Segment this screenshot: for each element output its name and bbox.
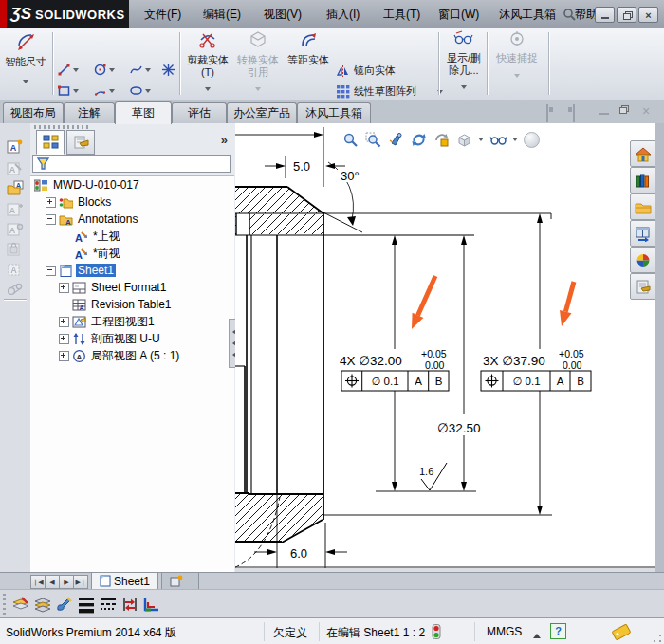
zoom-fit-icon[interactable] (341, 131, 359, 148)
arc-dropdown-icon[interactable] (109, 89, 115, 93)
tree-filter-input[interactable] (32, 155, 231, 173)
dimension-6[interactable]: 6.0 (254, 546, 347, 561)
tab-mufeng-toolbox[interactable]: 沐风工具箱 (297, 102, 371, 123)
trim-entities-button[interactable]: 剪裁实体(T) (183, 30, 232, 97)
ellipse-tool[interactable] (129, 83, 151, 98)
layers-icon[interactable] (33, 595, 52, 614)
tree-item-sheet-format[interactable]: Sheet Format1 (30, 279, 234, 296)
rectangle-dropdown-icon[interactable] (73, 89, 79, 93)
tree-item-sheet1[interactable]: Sheet1 (30, 262, 234, 279)
dimension-od[interactable]: 3X ∅37.90 +0.05 0.00 ∅ 0.1 A B (481, 213, 591, 515)
display-style-icon[interactable] (455, 131, 472, 148)
restore-button[interactable] (617, 7, 636, 23)
spline-tool[interactable] (129, 63, 151, 77)
expander-icon[interactable] (59, 351, 69, 361)
prev-sheet-icon[interactable]: ◀ (45, 575, 60, 589)
line-thickness-icon[interactable] (77, 595, 96, 614)
first-sheet-icon[interactable]: ❘◀ (30, 575, 46, 589)
search-icon[interactable] (563, 8, 577, 26)
tab-property-manager[interactable] (66, 130, 95, 155)
color-display-mode-icon[interactable] (142, 595, 161, 614)
circle-dropdown-icon[interactable] (109, 68, 115, 72)
pane-left-icon[interactable] (546, 105, 548, 122)
tree-item-front-view[interactable]: A *前视 (30, 245, 234, 262)
menu-insert[interactable]: 插入(I) (321, 0, 365, 28)
dimension-bore[interactable]: 4X ∅32.00 +0.05 0.00 ∅ 0.1 A B (340, 235, 449, 491)
minimize-button[interactable] (595, 7, 615, 23)
view-palette-button[interactable] (630, 220, 655, 247)
circle-tool[interactable] (93, 63, 115, 77)
menu-edit[interactable]: 编辑(E) (197, 0, 247, 28)
next-sheet-icon[interactable]: ▶ (59, 575, 74, 589)
tree-item-top-view[interactable]: A *上视 (30, 228, 234, 245)
zoom-selection-icon[interactable] (387, 131, 404, 148)
line-tool[interactable] (57, 63, 79, 77)
display-style-dropdown-icon[interactable] (478, 138, 484, 141)
pane-right-icon[interactable] (573, 105, 575, 122)
mirror-entities-button[interactable]: 镜向实体 (336, 64, 396, 78)
expander-icon[interactable] (59, 334, 69, 344)
units-dropdown-icon[interactable] (533, 628, 541, 641)
insert-block-icon[interactable]: A (7, 180, 24, 196)
tree-item-revision-table[interactable]: A Revision Table1 (30, 296, 234, 313)
smart-dimension-dropdown-icon[interactable] (23, 80, 28, 83)
point-tool[interactable] (161, 63, 175, 77)
panel-expand-chevron[interactable]: » (221, 133, 228, 147)
tree-item-detail-view[interactable]: A 局部视图 A (5 : 1) (30, 347, 234, 364)
menu-mufeng-toolbox[interactable]: 沐风工具箱 (493, 0, 562, 28)
expander-icon[interactable] (59, 317, 69, 327)
tab-office-products[interactable]: 办公室产品 (227, 102, 297, 123)
close-button[interactable]: × (638, 7, 658, 23)
tree-item-drawing-view1[interactable]: 工程图视图1 (30, 313, 234, 330)
display-delete-dropdown-icon[interactable] (461, 85, 467, 89)
menu-view[interactable]: 视图(V) (258, 0, 307, 28)
help-button[interactable]: ? (550, 623, 566, 639)
arc-tool[interactable] (93, 83, 115, 98)
hide-show-edges-icon[interactable] (120, 595, 139, 614)
tree-item-annotations[interactable]: A Annotations (30, 211, 234, 228)
tree-item-section-view[interactable]: 剖面视图 U-U (30, 330, 234, 347)
doc-minimize-icon[interactable] (599, 113, 609, 115)
expander-icon[interactable] (59, 283, 69, 293)
sheet-tab-sheet1[interactable]: Sheet1 (91, 573, 158, 590)
tab-view-layout[interactable]: 视图布局 (3, 102, 64, 123)
3d-drawing-view-icon[interactable] (433, 131, 450, 148)
hide-show-dropdown-icon[interactable] (512, 138, 518, 141)
dimension-30deg[interactable]: 30° (328, 162, 368, 226)
ellipse-dropdown-icon[interactable] (145, 89, 151, 93)
trim-dropdown-icon[interactable] (205, 87, 211, 91)
tab-annotation[interactable]: 注解 (64, 102, 115, 123)
hide-show-items-icon[interactable] (489, 131, 507, 148)
zoom-area-icon[interactable] (364, 131, 381, 148)
surface-finish-symbol[interactable]: 1.6 (419, 463, 447, 490)
design-library-button[interactable] (630, 167, 655, 193)
appearances-button[interactable] (630, 247, 655, 273)
rotate-view-icon[interactable] (410, 131, 427, 148)
display-delete-relations-button[interactable]: 显示/删除几... (442, 30, 486, 97)
solidworks-resources-button[interactable] (630, 140, 655, 167)
expander-icon[interactable] (46, 214, 56, 225)
line-dropdown-icon[interactable] (73, 68, 79, 72)
tree-root[interactable]: MWD-U-010-017 (30, 176, 234, 193)
smart-dimension-button[interactable]: 智能尺寸 (2, 30, 49, 97)
add-sheet-tab[interactable] (161, 573, 199, 590)
custom-properties-button[interactable] (630, 273, 655, 300)
dimension-5[interactable]: 5.0 (265, 159, 345, 174)
make-block-icon[interactable]: A (7, 138, 24, 155)
menu-window[interactable]: 窗口(W) (433, 0, 485, 28)
tree-item-blocks[interactable]: Blocks (30, 193, 234, 211)
resize-grip[interactable] (653, 634, 662, 643)
graphics-area[interactable]: 5.0 30° 4X ∅32.00 +0.05 0.00 (235, 123, 655, 572)
expander-icon[interactable] (46, 266, 56, 276)
expander-icon[interactable] (46, 197, 56, 208)
tab-sketch[interactable]: 草图 (115, 101, 172, 124)
linear-sketch-pattern-button[interactable]: 线性草图阵列 (336, 84, 443, 99)
doc-close-icon[interactable]: × (642, 103, 650, 119)
appearance-sphere-icon[interactable] (524, 132, 540, 148)
drawing-sheet[interactable]: 5.0 30° 4X ∅32.00 +0.05 0.00 (235, 123, 655, 572)
toolbar-drag-handle[interactable] (3, 594, 6, 615)
last-sheet-icon[interactable]: ▶❘ (73, 575, 88, 589)
tab-feature-tree[interactable] (36, 130, 65, 155)
spline-dropdown-icon[interactable] (145, 68, 151, 72)
menu-tools[interactable]: 工具(T) (378, 0, 426, 28)
